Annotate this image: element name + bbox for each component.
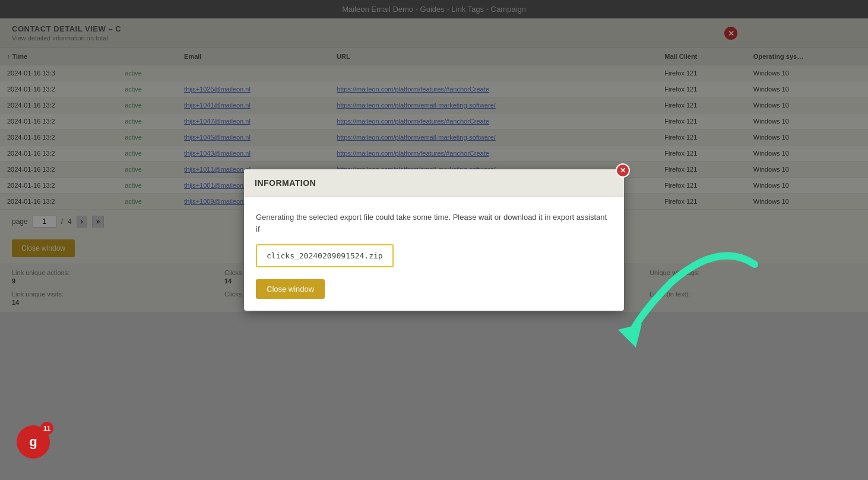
modal-body: Generating the selected export file coul… (244, 197, 624, 311)
file-link-text: clicks_20240209091524.zip (267, 251, 383, 260)
arrow-annotation (612, 229, 766, 359)
app-icon-letter: g (29, 434, 37, 450)
svg-marker-0 (618, 324, 642, 348)
modal-message: Generating the selected export file coul… (256, 211, 612, 235)
modal-overlay: ✕ INFORMATION Generating the selected ex… (0, 0, 868, 480)
notification-badge[interactable]: g 11 (17, 425, 55, 463)
modal-close-x-button[interactable]: ✕ (616, 163, 630, 178)
notification-count: 11 (40, 422, 53, 435)
information-modal: ✕ INFORMATION Generating the selected ex… (244, 169, 624, 311)
modal-header: INFORMATION (244, 169, 624, 197)
file-link-box[interactable]: clicks_20240209091524.zip (256, 244, 394, 267)
modal-close-window-button[interactable]: Close window (256, 279, 325, 299)
modal-title: INFORMATION (255, 178, 316, 188)
